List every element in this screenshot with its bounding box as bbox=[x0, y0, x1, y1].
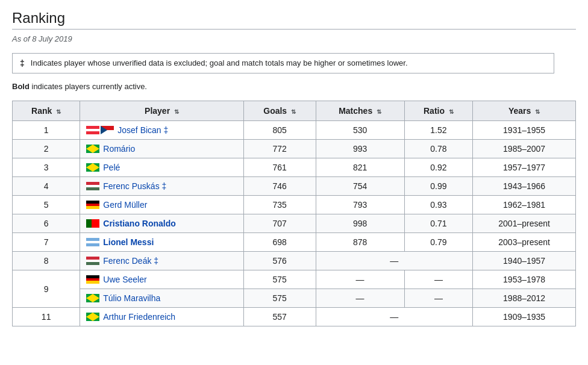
header-rank[interactable]: Rank ⇅ bbox=[13, 101, 80, 121]
dual-flag bbox=[86, 126, 114, 134]
player-cell: Túlio Maravilha bbox=[80, 289, 244, 308]
goals-cell: 698 bbox=[243, 233, 316, 252]
table-row: 5 Gerd Müller 735 793 0.93 1962–1981 bbox=[13, 196, 576, 214]
ratio-cell: 1.52 bbox=[404, 121, 473, 140]
rank-cell: 1 bbox=[13, 121, 80, 140]
page-title: Ranking bbox=[12, 10, 576, 30]
matches-ratio-merged: — bbox=[316, 308, 473, 326]
years-cell: 1931–1955 bbox=[473, 121, 576, 140]
player-cell: Arthur Friedenreich bbox=[80, 308, 244, 326]
notice-box: ‡ Indicates player whose unverified data… bbox=[12, 53, 554, 73]
table-row: 8 Ferenc Deák ‡ 576 — 1940–1957 bbox=[13, 252, 576, 270]
goals-cell: 576 bbox=[243, 252, 316, 270]
flag-czech bbox=[101, 126, 114, 134]
player-link[interactable]: Ferenc Puskás ‡ bbox=[103, 181, 166, 191]
player-cell: Ferenc Deák ‡ bbox=[80, 252, 244, 270]
years-cell: 1909–1935 bbox=[473, 308, 576, 326]
goals-cell: 575 bbox=[243, 270, 316, 289]
player-link[interactable]: Cristiano Ronaldo bbox=[103, 219, 176, 228]
player-cell: Ferenc Puskás ‡ bbox=[80, 177, 244, 196]
flag-hu bbox=[86, 257, 99, 265]
header-ratio[interactable]: Ratio ⇅ bbox=[404, 101, 473, 121]
table-row: 6 Cristiano Ronaldo 707 998 0.71 2001–pr… bbox=[13, 214, 576, 233]
flag-ar bbox=[86, 238, 99, 246]
flag-br bbox=[86, 313, 99, 321]
rank-cell: 8 bbox=[13, 252, 80, 270]
subtitle: As of 8 July 2019 bbox=[12, 34, 576, 43]
player-link[interactable]: Gerd Müller bbox=[103, 200, 147, 210]
flag-pt bbox=[86, 219, 99, 228]
bold-note: Bold indicates players currently active. bbox=[12, 82, 576, 91]
header-goals[interactable]: Goals ⇅ bbox=[243, 101, 316, 121]
years-cell: 2003–present bbox=[473, 233, 576, 252]
rank-cell: 4 bbox=[13, 177, 80, 196]
player-cell: Lionel Messi bbox=[80, 233, 244, 252]
years-cell: 1957–1977 bbox=[473, 158, 576, 177]
flag-br bbox=[86, 294, 99, 302]
ratio-cell: 0.78 bbox=[404, 140, 473, 158]
years-cell: 1943–1966 bbox=[473, 177, 576, 196]
flag-de bbox=[86, 275, 99, 284]
flag-br bbox=[86, 163, 99, 172]
flag-hu bbox=[86, 182, 99, 190]
rank-cell: 5 bbox=[13, 196, 80, 214]
goals-cell: 746 bbox=[243, 177, 316, 196]
years-cell: 1988–2012 bbox=[473, 289, 576, 308]
rank-cell: 3 bbox=[13, 158, 80, 177]
matches-cell: — bbox=[316, 289, 404, 308]
ratio-cell: 0.99 bbox=[404, 177, 473, 196]
ratio-cell: — bbox=[404, 289, 473, 308]
bold-note-text: indicates players currently active. bbox=[30, 82, 147, 91]
header-player[interactable]: Player ⇅ bbox=[80, 101, 244, 121]
table-row: Túlio Maravilha 575 — — 1988–2012 bbox=[13, 289, 576, 308]
table-row: 1 Josef Bican ‡ 805 530 1.52 1931–1955 bbox=[13, 121, 576, 140]
header-years[interactable]: Years ⇅ bbox=[473, 101, 576, 121]
player-link[interactable]: Arthur Friedenreich bbox=[103, 312, 175, 322]
ratio-cell: 0.71 bbox=[404, 214, 473, 233]
goals-cell: 575 bbox=[243, 289, 316, 308]
player-link[interactable]: Romário bbox=[103, 144, 135, 154]
player-link[interactable]: Ferenc Deák ‡ bbox=[103, 256, 158, 266]
header-matches[interactable]: Matches ⇅ bbox=[316, 101, 404, 121]
years-cell: 1985–2007 bbox=[473, 140, 576, 158]
years-cell: 1940–1957 bbox=[473, 252, 576, 270]
player-link[interactable]: Túlio Maravilha bbox=[103, 293, 160, 303]
notice-symbol: ‡ bbox=[20, 58, 25, 68]
player-link[interactable]: Uwe Seeler bbox=[103, 275, 146, 284]
rank-cell: 6 bbox=[13, 214, 80, 233]
ratio-cell: 0.92 bbox=[404, 158, 473, 177]
table-row: 11 Arthur Friedenreich 557 — 1909–1935 bbox=[13, 308, 576, 326]
goals-cell: 805 bbox=[243, 121, 316, 140]
table-row: 7 Lionel Messi 698 878 0.79 2003–present bbox=[13, 233, 576, 252]
notice-text: Indicates player whose unverified data i… bbox=[31, 58, 408, 67]
matches-cell: 530 bbox=[316, 121, 404, 140]
matches-cell: 754 bbox=[316, 177, 404, 196]
player-link[interactable]: Lionel Messi bbox=[103, 237, 154, 247]
player-cell: Josef Bican ‡ bbox=[80, 121, 244, 140]
bold-label: Bold bbox=[12, 82, 30, 91]
ratio-cell: 0.79 bbox=[404, 233, 473, 252]
table-row: 2 Romário 772 993 0.78 1985–2007 bbox=[13, 140, 576, 158]
matches-cell: 821 bbox=[316, 158, 404, 177]
matches-cell: 793 bbox=[316, 196, 404, 214]
table-row: 9 Uwe Seeler 575 — — 1953–1978 bbox=[13, 270, 576, 289]
table-row: 4 Ferenc Puskás ‡ 746 754 0.99 1943–1966 bbox=[13, 177, 576, 196]
player-cell: Pelé bbox=[80, 158, 244, 177]
years-cell: 1962–1981 bbox=[473, 196, 576, 214]
goals-cell: 761 bbox=[243, 158, 316, 177]
matches-cell: 878 bbox=[316, 233, 404, 252]
player-cell: Uwe Seeler bbox=[80, 270, 244, 289]
flag-br bbox=[86, 145, 99, 153]
ratio-cell: 0.93 bbox=[404, 196, 473, 214]
goals-cell: 772 bbox=[243, 140, 316, 158]
matches-ratio-merged: — bbox=[316, 252, 473, 270]
goals-cell: 735 bbox=[243, 196, 316, 214]
flag-austria bbox=[86, 126, 99, 134]
player-link[interactable]: Josef Bican ‡ bbox=[117, 125, 168, 135]
rank-cell: 2 bbox=[13, 140, 80, 158]
player-cell: Romário bbox=[80, 140, 244, 158]
years-cell: 1953–1978 bbox=[473, 270, 576, 289]
player-cell: Cristiano Ronaldo bbox=[80, 214, 244, 233]
matches-cell: 993 bbox=[316, 140, 404, 158]
player-link[interactable]: Pelé bbox=[103, 163, 120, 172]
